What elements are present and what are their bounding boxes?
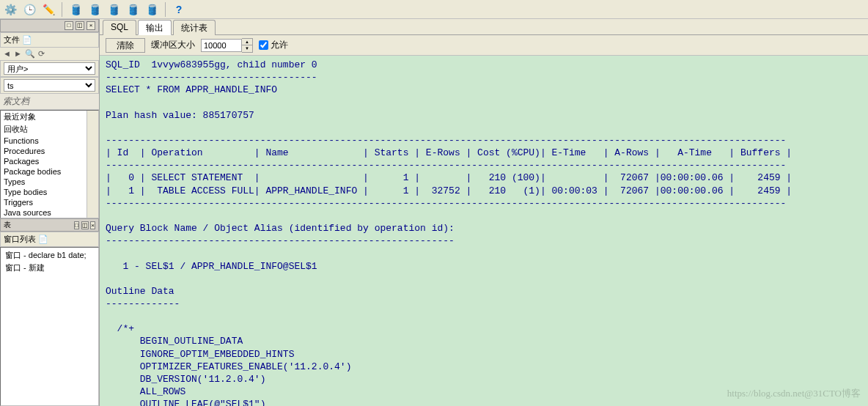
ts-select[interactable]: ts: [4, 79, 95, 92]
nav-right-icon[interactable]: ►: [14, 49, 22, 59]
list-panel-header: 表 □ ◫ ×: [0, 218, 99, 232]
buffer-size-spinner: ▲ ▼: [201, 38, 253, 53]
tree-item[interactable]: 回收站: [1, 123, 98, 136]
spinner-down-icon[interactable]: ▼: [242, 45, 252, 52]
search-doc-label: 索文档: [0, 94, 99, 110]
allow-checkbox-wrap: 允许: [259, 39, 288, 51]
watermark: https://blog.csdn.net@31CTO博客: [727, 387, 861, 400]
restore-icon[interactable]: ◫: [76, 21, 84, 30]
left-sidebar: □ ◫ × 文件 📄 ◄ ► 🔍 ⟳ 用户> ts 索文档 最近对象回收站Fun…: [0, 19, 100, 406]
new-window-icon[interactable]: 📄: [38, 235, 48, 244]
spinner-up-icon[interactable]: ▲: [242, 39, 252, 45]
help-icon[interactable]: ?: [172, 2, 186, 17]
user-row: 用户>: [0, 60, 99, 77]
tree-item[interactable]: Java sources: [1, 207, 98, 218]
tab-SQL[interactable]: SQL: [103, 20, 136, 35]
window-list-item[interactable]: 窗口 - 新建: [2, 262, 97, 274]
panel-header-controls: □ ◫ ×: [0, 19, 99, 32]
tab-bar: SQL输出统计表: [100, 19, 868, 35]
db5-icon[interactable]: 🛢️: [144, 2, 159, 17]
allow-checkbox[interactable]: [259, 40, 268, 50]
separator: [62, 2, 62, 17]
file-label: 文件: [4, 34, 20, 45]
file-row: 文件 📄: [0, 32, 99, 48]
output-toolbar: 清除 缓冲区大小 ▲ ▼ 允许: [100, 35, 868, 56]
tab-统计表[interactable]: 统计表: [173, 20, 216, 35]
window-list[interactable]: 窗口 - declare b1 date;窗口 - 新建: [0, 247, 99, 406]
pencil-icon[interactable]: ✏️: [41, 2, 56, 17]
sql-output[interactable]: SQL_ID 1vvyw683955gg, child number 0 ---…: [100, 56, 868, 406]
tree-item[interactable]: Packages: [1, 156, 98, 166]
tree-item[interactable]: Triggers: [1, 197, 98, 207]
clear-button[interactable]: 清除: [106, 38, 145, 53]
gear-icon[interactable]: ⚙️: [3, 2, 18, 17]
clock-icon[interactable]: 🕒: [22, 2, 37, 17]
tree-scrollbar[interactable]: [87, 111, 98, 218]
db2-icon[interactable]: 🛢️: [87, 2, 102, 17]
restore-icon[interactable]: ◫: [81, 221, 89, 229]
buffer-size-label: 缓冲区大小: [151, 39, 195, 51]
refresh-icon[interactable]: ⟳: [38, 49, 45, 59]
top-toolbar: ⚙️ 🕒 ✏️ 🛢️ 🛢️ 🛢️ 🛢️ 🛢️ ?: [0, 0, 868, 19]
close-icon[interactable]: ×: [87, 21, 95, 30]
mini-toolbar: ◄ ► 🔍 ⟳: [0, 48, 99, 60]
main-content: SQL输出统计表 清除 缓冲区大小 ▲ ▼ 允许 SQL_ID 1vvyw683…: [100, 19, 868, 406]
allow-label: 允许: [271, 39, 288, 51]
close-icon[interactable]: ×: [90, 221, 95, 229]
pin-icon[interactable]: □: [65, 21, 73, 30]
list-label: 表: [4, 220, 11, 230]
tree-item[interactable]: Package bodies: [1, 166, 98, 177]
nav-left-icon[interactable]: ◄: [3, 49, 11, 59]
window-list-row: 窗口列表 📄: [0, 232, 99, 247]
tab-输出[interactable]: 输出: [138, 20, 172, 35]
object-tree[interactable]: 最近对象回收站FunctionsProceduresPackagesPackag…: [0, 110, 99, 218]
db1-icon[interactable]: 🛢️: [68, 2, 83, 17]
db3-icon[interactable]: 🛢️: [106, 2, 121, 17]
db4-icon[interactable]: 🛢️: [125, 2, 140, 17]
tree-item[interactable]: Types: [1, 177, 98, 187]
buffer-size-input[interactable]: [201, 39, 242, 52]
search-icon[interactable]: 🔍: [25, 49, 35, 59]
tree-item[interactable]: Type bodies: [1, 187, 98, 197]
tree-item[interactable]: Functions: [1, 136, 98, 146]
pin-icon[interactable]: □: [74, 221, 79, 229]
tree-item[interactable]: 最近对象: [1, 111, 98, 123]
tree-item[interactable]: Procedures: [1, 146, 98, 156]
filter-icon[interactable]: 📄: [22, 35, 32, 45]
separator: [165, 2, 166, 17]
window-list-item[interactable]: 窗口 - declare b1 date;: [2, 249, 97, 262]
ts-row: ts: [0, 77, 99, 94]
window-list-label: 窗口列表: [4, 234, 36, 245]
user-select[interactable]: 用户>: [4, 62, 95, 75]
